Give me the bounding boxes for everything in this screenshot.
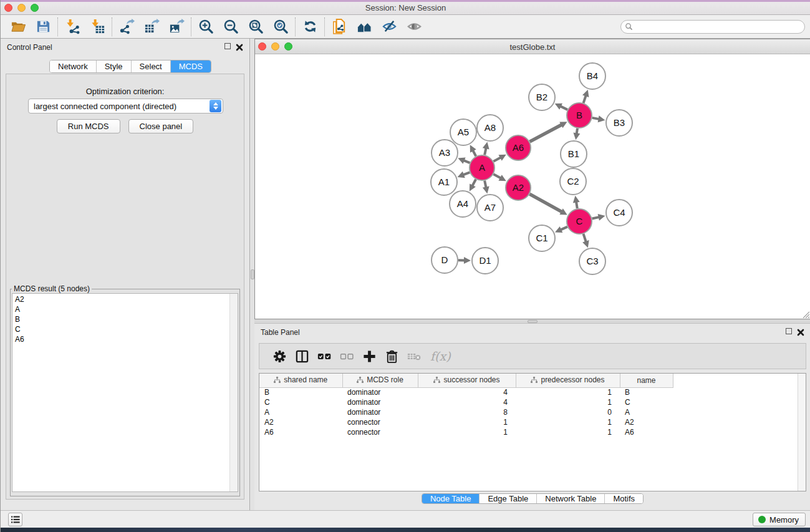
mcds-result-item[interactable]: A2 xyxy=(12,294,229,304)
graph-node-A8[interactable]: A8 xyxy=(477,115,503,141)
zoom-selected-button[interactable] xyxy=(268,17,293,37)
table-cell[interactable]: A xyxy=(259,407,342,417)
graph-edge-A-A1[interactable] xyxy=(458,172,470,178)
table-cell[interactable]: connector xyxy=(342,417,418,427)
graph-edge-B-B1[interactable] xyxy=(573,128,580,140)
hide-selected-button[interactable] xyxy=(377,17,402,37)
table-cell[interactable]: A6 xyxy=(259,427,342,437)
result-list-scrollbar[interactable] xyxy=(229,294,238,491)
table-row[interactable]: Bdominator41B xyxy=(259,387,798,397)
window-resize-grip[interactable] xyxy=(801,310,809,318)
graph-edge-A-A2[interactable] xyxy=(493,174,506,181)
table-cell[interactable]: 1 xyxy=(516,427,620,437)
tab-motifs[interactable]: Motifs xyxy=(604,494,643,503)
table-cell[interactable]: A2 xyxy=(259,417,342,427)
table-row[interactable]: Cdominator41C xyxy=(259,397,798,407)
import-network-button[interactable] xyxy=(60,17,85,37)
new-network-from-selection-button[interactable] xyxy=(327,17,352,37)
graph-node-B3[interactable]: B3 xyxy=(606,110,632,136)
graph-edge-A-A3[interactable] xyxy=(458,158,470,164)
zoom-out-button[interactable] xyxy=(218,17,243,37)
tab-style[interactable]: Style xyxy=(96,60,131,72)
export-table-button[interactable] xyxy=(139,17,164,37)
table-cell[interactable]: dominator xyxy=(342,387,418,397)
graph-edge-B-B3[interactable] xyxy=(592,115,605,122)
graph-edge-D-D1[interactable] xyxy=(458,257,471,264)
graph-node-C[interactable]: C xyxy=(567,209,592,234)
search-input[interactable] xyxy=(633,21,804,32)
graph-edge-C-C4[interactable] xyxy=(592,214,605,221)
column-header-mcds-role[interactable]: MCDS role xyxy=(342,374,418,387)
table-cell[interactable]: 1 xyxy=(418,417,516,427)
graph-node-C2[interactable]: C2 xyxy=(560,168,586,195)
zoom-fit-button[interactable] xyxy=(243,17,268,37)
graph-edge-A-A6[interactable] xyxy=(493,155,506,162)
graph-edge-B-B2[interactable] xyxy=(555,104,567,110)
table-cell[interactable]: 4 xyxy=(418,397,516,407)
graph-edge-C-C2[interactable] xyxy=(573,196,580,209)
graph-node-B1[interactable]: B1 xyxy=(561,141,587,167)
houses-button[interactable] xyxy=(352,17,377,37)
graph-node-A3[interactable]: A3 xyxy=(432,140,458,166)
table-cell[interactable]: B xyxy=(259,387,342,397)
table-row[interactable]: A2connector11A2 xyxy=(259,417,798,427)
export-network-button[interactable] xyxy=(114,17,139,37)
table-cell[interactable]: B xyxy=(620,387,673,397)
graph-edge-A-A4[interactable] xyxy=(470,180,476,191)
table-cell[interactable]: 1 xyxy=(418,427,516,437)
table-cell[interactable]: 1 xyxy=(516,397,620,407)
save-session-button[interactable] xyxy=(31,17,55,37)
mcds-result-item[interactable]: A xyxy=(12,304,229,314)
table-cell[interactable]: connector xyxy=(342,427,418,437)
graph-edge-A6-B[interactable] xyxy=(530,122,567,142)
function-builder-button[interactable]: f(x) xyxy=(430,349,451,363)
tab-network[interactable]: Network xyxy=(50,60,96,72)
split-columns-button[interactable] xyxy=(291,346,313,367)
refresh-button[interactable] xyxy=(297,17,322,37)
table-cell[interactable]: 0 xyxy=(516,407,620,417)
graph-node-A7[interactable]: A7 xyxy=(477,195,503,221)
float-table-panel-icon[interactable] xyxy=(786,328,792,334)
network-canvas[interactable]: AA1A2A3A4A5A6A7A8BB1B2B3B4CC1C2C3C4DD1 xyxy=(255,54,810,319)
graph-node-A1[interactable]: A1 xyxy=(431,169,457,195)
table-cell[interactable]: A2 xyxy=(620,417,673,427)
graph-edge-A-A8[interactable] xyxy=(483,142,489,155)
table-cell[interactable]: dominator xyxy=(342,397,418,407)
graph-edge-B-B4[interactable] xyxy=(582,90,589,103)
close-panel-button[interactable]: Close panel xyxy=(128,119,194,133)
task-history-button[interactable] xyxy=(8,513,22,526)
graph-node-B4[interactable]: B4 xyxy=(579,63,605,89)
graph-node-A2[interactable]: A2 xyxy=(506,175,531,200)
graph-edge-A-A5[interactable] xyxy=(470,145,476,156)
graph-edge-C-C3[interactable] xyxy=(582,234,589,248)
graph-node-A5[interactable]: A5 xyxy=(450,119,476,145)
tab-select[interactable]: Select xyxy=(131,60,170,72)
import-table-button[interactable] xyxy=(85,17,110,37)
run-mcds-button[interactable]: Run MCDS xyxy=(57,119,120,133)
mcds-result-item[interactable]: C xyxy=(12,324,229,334)
show-all-button[interactable] xyxy=(402,17,427,37)
table-cell[interactable]: C xyxy=(259,397,342,407)
graph-node-B[interactable]: B xyxy=(567,103,592,128)
table-row[interactable]: A6connector11A6 xyxy=(259,427,798,437)
table-cell[interactable]: dominator xyxy=(342,407,418,417)
select-all-columns-button[interactable] xyxy=(313,346,335,367)
float-panel-icon[interactable] xyxy=(224,43,231,49)
graph-edge-A-A7[interactable] xyxy=(483,181,489,194)
graph-node-A[interactable]: A xyxy=(470,155,494,180)
column-header-successor-nodes[interactable]: successor nodes xyxy=(418,374,516,387)
export-image-button[interactable] xyxy=(164,17,189,37)
delete-row-button[interactable] xyxy=(380,346,403,367)
graph-edge-A2-C[interactable] xyxy=(529,194,567,215)
table-scrollbar[interactable] xyxy=(798,374,806,491)
optimization-criterion-dropdown[interactable]: largest connected component (directed) xyxy=(28,99,223,114)
close-panel-icon[interactable] xyxy=(236,42,243,50)
mcds-result-item[interactable]: A6 xyxy=(12,334,229,344)
table-cell[interactable]: C xyxy=(620,397,673,407)
zoom-in-button[interactable] xyxy=(193,17,218,37)
graph-node-A4[interactable]: A4 xyxy=(450,191,476,217)
table-cell[interactable]: A xyxy=(620,407,673,417)
column-header-predecessor-nodes[interactable]: predecessor nodes xyxy=(516,374,620,387)
add-row-button[interactable] xyxy=(358,346,380,367)
table-cell[interactable]: A6 xyxy=(620,427,673,437)
